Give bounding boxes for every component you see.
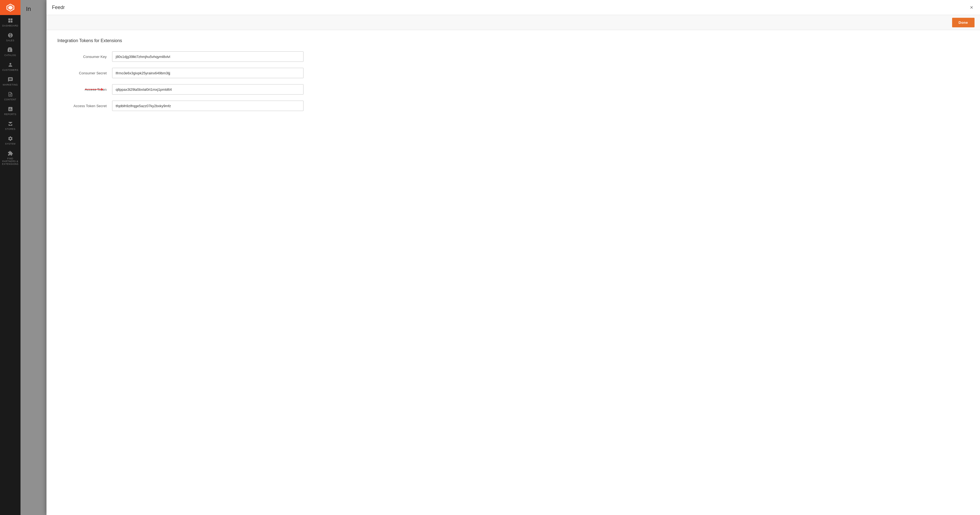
arrow-head: [101, 88, 103, 91]
arrow-line: [85, 89, 101, 90]
sidebar-item-customers[interactable]: CUSTOMERS: [0, 59, 21, 74]
consumer-secret-row: Consumer Secret: [57, 68, 969, 78]
stores-icon: [8, 121, 13, 127]
access-token-input[interactable]: [112, 84, 304, 95]
sidebar-item-catalog[interactable]: CATALOG: [0, 45, 21, 59]
access-token-row: Access Token: [57, 84, 969, 95]
arrow-annotation: [85, 88, 103, 91]
sidebar-item-stores-label: STORES: [5, 128, 16, 130]
sidebar-item-sales-label: SALES: [6, 39, 14, 42]
access-token-secret-label: Access Token Secret: [57, 104, 112, 108]
content-icon: [8, 92, 13, 97]
reports-icon: [8, 106, 13, 112]
svg-rect-2: [8, 21, 10, 23]
sidebar-item-stores[interactable]: STORES: [0, 118, 21, 133]
sidebar-logo: [0, 0, 21, 15]
done-button[interactable]: Done: [952, 18, 975, 27]
sidebar-item-dashboard-label: DASHBOARD: [2, 24, 18, 27]
modal-toolbar: Done: [46, 15, 980, 30]
customers-icon: [8, 62, 13, 68]
sidebar-item-sales[interactable]: SALES: [0, 30, 21, 45]
consumer-secret-input[interactable]: [112, 68, 304, 78]
svg-rect-0: [8, 19, 10, 21]
modal-overlay: Feedr × Done Integration Tokens for Exte…: [21, 0, 980, 515]
sidebar-item-marketing[interactable]: MARKETING: [0, 74, 21, 89]
sidebar-item-reports[interactable]: REPORTS: [0, 103, 21, 118]
sales-icon: [8, 33, 13, 38]
section-title: Integration Tokens for Extensions: [57, 38, 969, 43]
modal-dialog: Feedr × Done Integration Tokens for Exte…: [46, 0, 980, 515]
consumer-key-label: Consumer Key: [57, 55, 112, 59]
sidebar: DASHBOARD SALES CATALOG CUSTOMERS MARKET…: [0, 0, 21, 515]
modal-close-button[interactable]: ×: [969, 3, 975, 11]
consumer-key-row: Consumer Key: [57, 51, 969, 62]
sidebar-item-marketing-label: MARKETING: [3, 83, 18, 86]
modal-header: Feedr ×: [46, 0, 980, 15]
svg-rect-1: [10, 19, 12, 21]
sidebar-item-catalog-label: CATALOG: [5, 54, 16, 57]
modal-body: Integration Tokens for Extensions Consum…: [46, 30, 980, 515]
system-icon: [8, 136, 13, 141]
sidebar-item-content-label: CONTENT: [4, 98, 16, 101]
access-token-secret-row: Access Token Secret: [57, 100, 969, 111]
sidebar-item-system-label: SYSTEM: [5, 142, 16, 145]
sidebar-item-system[interactable]: SYSTEM: [0, 133, 21, 148]
magento-logo-icon: [6, 3, 15, 12]
sidebar-item-content[interactable]: CONTENT: [0, 89, 21, 103]
sidebar-item-find-partners-label: FIND PARTNERS & EXTENSIONS: [2, 157, 19, 165]
sidebar-item-find-partners[interactable]: FIND PARTNERS & EXTENSIONS: [0, 148, 21, 168]
main-area: In Feedr × Done Integration Tokens for E…: [21, 0, 980, 515]
sidebar-item-reports-label: REPORTS: [4, 113, 16, 116]
consumer-key-input[interactable]: [112, 51, 304, 62]
extensions-icon: [8, 151, 13, 156]
sidebar-item-dashboard[interactable]: DASHBOARD: [0, 15, 21, 30]
dashboard-icon: [8, 18, 13, 23]
catalog-icon: [8, 47, 13, 53]
svg-rect-3: [10, 21, 12, 23]
consumer-secret-label: Consumer Secret: [57, 71, 112, 75]
access-token-secret-input[interactable]: [112, 100, 304, 111]
marketing-icon: [8, 77, 13, 82]
modal-title: Feedr: [52, 5, 65, 10]
sidebar-item-customers-label: CUSTOMERS: [2, 68, 18, 72]
